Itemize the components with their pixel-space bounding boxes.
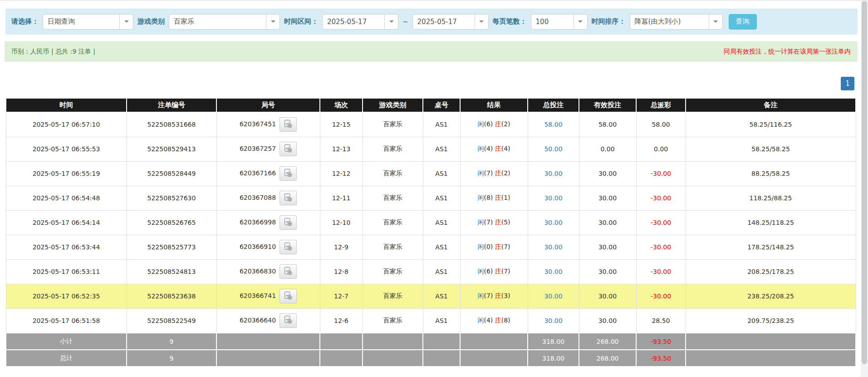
- table-row: 2025-05-17 06:57:10 522508531668 6203674…: [6, 112, 856, 137]
- total-bet-link[interactable]: 58.00: [544, 121, 562, 128]
- film-icon: [284, 144, 293, 154]
- header-round-id: 局号: [216, 98, 320, 112]
- query-type-select[interactable]: 日期查询: [43, 14, 133, 30]
- game-type-select[interactable]: 百家乐: [169, 14, 280, 30]
- cell-total-bet: 30.00: [528, 235, 579, 259]
- video-replay-button[interactable]: [280, 215, 297, 230]
- page-size-select[interactable]: 100: [531, 14, 588, 30]
- cell-table-no: AS1: [423, 186, 460, 210]
- total-bet-link[interactable]: 30.00: [544, 268, 562, 275]
- round-id-value: 620367451: [240, 120, 276, 128]
- table-body: 2025-05-17 06:57:10 522508531668 6203674…: [6, 112, 856, 333]
- video-replay-button[interactable]: [280, 117, 297, 132]
- cell-time: 2025-05-17 06:53:44: [6, 235, 127, 259]
- cell-total-bet: 50.00: [528, 137, 579, 161]
- date-from-select[interactable]: 2025-05-17: [322, 14, 398, 30]
- banker-result-label: 庄: [495, 268, 501, 275]
- notice-text: 同局有效投注，统一计算在该局第一张注单内: [724, 48, 851, 56]
- pagination-page-button[interactable]: 1: [841, 77, 854, 90]
- cell-round-id: 620367088: [216, 186, 320, 210]
- round-id-value: 620367088: [240, 194, 276, 201]
- total-bet-link[interactable]: 30.00: [544, 293, 562, 300]
- player-result-score: (6): [484, 268, 493, 275]
- sort-order-label: 时间排序：: [592, 17, 626, 26]
- total-bet-link[interactable]: 30.00: [544, 170, 562, 177]
- cell-remark: 148.25/118.25: [686, 210, 856, 235]
- table-row: 2025-05-17 06:52:35 522508523638 6203667…: [6, 284, 856, 308]
- film-icon: [284, 267, 293, 277]
- cell-round-id: 620366830: [216, 259, 320, 284]
- range-separator: ~: [402, 18, 408, 26]
- cell-round-id: 620367166: [216, 161, 320, 186]
- date-to-select[interactable]: 2025-05-17: [412, 14, 489, 30]
- query-type-value: 日期查询: [43, 17, 119, 26]
- cell-session: 12-7: [320, 284, 363, 308]
- cell-result: 闲(0) 庄(7): [460, 235, 528, 259]
- video-replay-button[interactable]: [280, 289, 297, 303]
- video-replay-button[interactable]: [280, 191, 297, 205]
- cell-session: 12-11: [320, 186, 363, 210]
- page-size-value: 100: [531, 18, 574, 26]
- round-id-value: 620367166: [240, 169, 276, 177]
- player-result-label: 闲: [477, 243, 484, 250]
- cell-time: 2025-05-17 06:55:53: [6, 137, 127, 161]
- total-count: 9: [127, 350, 216, 367]
- cell-payout: 0.00: [636, 137, 686, 161]
- player-result-score: (7): [484, 292, 493, 299]
- cell-table-no: AS1: [423, 284, 460, 308]
- round-id-value: 620366910: [240, 243, 276, 250]
- cell-remark: 88.25/58.25: [686, 161, 856, 186]
- banker-result-score: (5): [501, 218, 510, 226]
- player-result-score: (6): [484, 120, 493, 128]
- cell-result: 闲(6) 庄(2): [460, 112, 528, 137]
- video-replay-button[interactable]: [280, 313, 297, 328]
- cell-bet-id: 522508528449: [127, 161, 216, 186]
- cell-total-bet: 30.00: [528, 210, 579, 235]
- player-result-label: 闲: [477, 317, 484, 324]
- video-replay-button[interactable]: [280, 240, 297, 254]
- total-bet-link[interactable]: 30.00: [544, 243, 562, 251]
- search-button[interactable]: 查询: [729, 14, 757, 30]
- cell-total-bet: 30.00: [528, 308, 579, 333]
- sort-order-select[interactable]: 降冪(由大到小): [630, 14, 723, 30]
- cell-bet-id: 522508523638: [127, 284, 216, 308]
- total-bet-link[interactable]: 30.00: [544, 194, 562, 202]
- table-row: 2025-05-17 06:51:58 522508522549 6203666…: [6, 308, 856, 333]
- video-replay-button[interactable]: [280, 264, 297, 279]
- cell-total-bet: 30.00: [528, 284, 579, 308]
- pagination: 1: [5, 77, 854, 90]
- cell-payout: -30.00: [636, 186, 686, 210]
- total-valid-bet: 268.00: [579, 350, 636, 367]
- cell-game-type: 百家乐: [363, 161, 423, 186]
- video-replay-button[interactable]: [280, 142, 297, 156]
- banker-result-label: 庄: [495, 120, 501, 128]
- cell-session: 12-12: [320, 161, 363, 186]
- cell-payout: -30.00: [636, 284, 686, 308]
- total-bet-link[interactable]: 50.00: [544, 145, 562, 153]
- film-icon: [284, 291, 293, 302]
- subtotal-payout: -93.50: [636, 333, 686, 350]
- cell-table-no: AS1: [423, 137, 460, 161]
- date-to-value: 2025-05-17: [413, 18, 475, 26]
- cell-remark: 178.25/148.25: [686, 235, 856, 259]
- cell-table-no: AS1: [423, 210, 460, 235]
- banker-result-score: (7): [501, 243, 510, 250]
- cell-round-id: 620366640: [216, 308, 320, 333]
- subtotal-total-bet: 318.00: [528, 333, 579, 350]
- scrollbar-thumb[interactable]: [862, 1, 867, 364]
- cell-game-type: 百家乐: [363, 137, 423, 161]
- cell-session: 12-10: [320, 210, 363, 235]
- cell-table-no: AS1: [423, 308, 460, 333]
- total-bet-link[interactable]: 30.00: [544, 219, 562, 226]
- scrollbar[interactable]: [861, 0, 868, 377]
- video-replay-button[interactable]: [280, 166, 297, 181]
- header-table-no: 桌号: [423, 98, 460, 112]
- cell-bet-id: 522508525773: [127, 235, 216, 259]
- date-from-value: 2025-05-17: [323, 18, 384, 26]
- cell-remark: 118.25/88.25: [686, 186, 856, 210]
- total-payout: -93.50: [636, 350, 686, 367]
- film-icon: [284, 242, 293, 253]
- cell-remark: 58.25/116.25: [686, 112, 856, 137]
- total-bet-link[interactable]: 30.00: [544, 317, 562, 324]
- banker-result-label: 庄: [495, 317, 501, 324]
